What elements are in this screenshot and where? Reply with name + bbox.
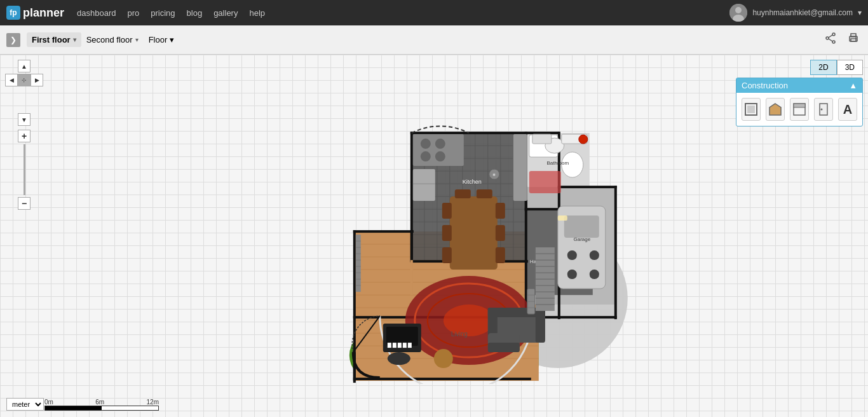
svg-point-95: [388, 352, 410, 365]
svg-rect-121: [564, 215, 599, 238]
logo-icon: fp: [6, 6, 20, 20]
svg-rect-125: [590, 270, 599, 279]
construction-collapse-icon[interactable]: ▲: [849, 81, 857, 90]
svg-rect-156: [410, 260, 413, 295]
svg-rect-70: [558, 186, 617, 188]
svg-rect-97: [450, 196, 498, 270]
svg-rect-94: [408, 343, 412, 348]
svg-point-96: [434, 349, 453, 368]
floor-dropdown-label: Floor: [149, 35, 168, 44]
pan-controls: ◀ ⊹ ▶: [5, 74, 43, 112]
nav-blog[interactable]: blog: [187, 8, 203, 18]
svg-rect-147: [356, 235, 361, 292]
svg-point-107: [421, 139, 431, 149]
svg-point-1: [735, 7, 742, 13]
print-icon: [848, 32, 859, 44]
svg-rect-104: [455, 189, 471, 198]
zoom-in-button[interactable]: +: [18, 130, 31, 142]
svg-rect-13: [747, 106, 755, 113]
svg-rect-117: [529, 171, 561, 193]
svg-rect-90: [388, 343, 391, 348]
unit-selector[interactable]: meter feet: [6, 398, 44, 411]
nav-pricing[interactable]: pricing: [151, 8, 175, 18]
svg-rect-111: [413, 169, 435, 201]
svg-rect-105: [477, 189, 492, 198]
floor-dropdown[interactable]: Floor ▾: [144, 32, 180, 47]
share-icon: [825, 32, 836, 44]
svg-rect-93: [403, 343, 407, 348]
svg-point-19: [821, 109, 823, 111]
svg-marker-15: [770, 104, 781, 115]
floor-plan-svg: Bathroom Garage Hallway: [285, 72, 641, 384]
print-button[interactable]: [845, 30, 862, 50]
svg-rect-99: [442, 225, 452, 241]
view-toggle: 2D 3D: [810, 60, 863, 75]
construction-panel: Construction ▲: [736, 78, 863, 126]
main-nav: dashboard pro pricing blog gallery help: [77, 8, 717, 18]
first-floor-label: First floor: [32, 35, 71, 44]
nav-gallery[interactable]: gallery: [214, 8, 238, 18]
nav-help[interactable]: help: [249, 8, 265, 18]
floor-plan[interactable]: Bathroom Garage Hallway: [285, 72, 641, 386]
scale-ruler-bar: [44, 406, 159, 411]
text-tool-button[interactable]: A: [838, 98, 857, 121]
share-button[interactable]: [822, 30, 839, 50]
first-floor-chevron-icon: ▾: [73, 36, 76, 43]
zoom-ruler: [24, 144, 25, 195]
canvas-area[interactable]: ▲ ◀ ⊹ ▶ ▼ + − 2D 3D Construction ▲: [0, 55, 868, 417]
navigation-controls: ▲ ◀ ⊹ ▶ ▼ + −: [5, 60, 43, 210]
scale-label-0m: 0m: [44, 399, 53, 406]
svg-text:Bathroom: Bathroom: [546, 160, 569, 166]
main-area: ▲ ◀ ⊹ ▶ ▼ + − 2D 3D Construction ▲: [0, 55, 868, 417]
pan-center-button[interactable]: ⊹: [18, 74, 31, 86]
user-area[interactable]: huynhmaianhkiet@gmail.com ▾: [729, 4, 862, 22]
door-tool-button[interactable]: [814, 98, 833, 121]
scale-bar: 0m 6m 12m: [44, 399, 159, 411]
first-floor-tab[interactable]: First floor ▾: [27, 32, 81, 47]
svg-rect-102: [496, 225, 505, 241]
svg-rect-62: [410, 132, 560, 134]
svg-text:Kitchen: Kitchen: [463, 179, 482, 185]
svg-rect-76: [353, 352, 356, 381]
svg-rect-139: [513, 134, 527, 201]
ceiling-tool-button[interactable]: [790, 98, 809, 121]
toolbar: ❯ First floor ▾ Second floor ▾ Floor ▾: [0, 25, 868, 55]
zoom-out-button[interactable]: −: [18, 197, 31, 210]
view-3d-button[interactable]: 3D: [837, 60, 863, 75]
svg-line-6: [829, 35, 832, 38]
svg-point-108: [435, 139, 445, 149]
logo-text: planner: [23, 6, 64, 20]
walls-tool-button[interactable]: [742, 98, 761, 121]
svg-rect-77: [353, 378, 531, 380]
scale-label-12m: 12m: [147, 399, 159, 406]
svg-rect-17: [794, 104, 805, 107]
avatar: [729, 4, 747, 22]
pan-right-button[interactable]: ▶: [31, 74, 43, 86]
nav-dashboard[interactable]: dashboard: [77, 8, 116, 18]
svg-point-109: [421, 151, 431, 161]
scale-label-6m: 6m: [95, 399, 104, 406]
nav-pro[interactable]: pro: [127, 8, 139, 18]
logo: fp planner: [6, 6, 64, 20]
pan-down-button[interactable]: ▼: [18, 113, 31, 126]
svg-rect-106: [413, 134, 464, 166]
svg-rect-126: [558, 215, 567, 221]
user-chevron-icon: ▾: [858, 8, 862, 17]
svg-point-4: [832, 41, 835, 43]
view-2d-button[interactable]: 2D: [810, 60, 836, 75]
svg-rect-122: [567, 250, 577, 260]
pan-up-button[interactable]: ▲: [18, 60, 31, 72]
svg-rect-103: [496, 247, 505, 263]
svg-point-11: [855, 38, 857, 39]
svg-rect-87: [488, 343, 520, 352]
svg-rect-118: [532, 134, 552, 144]
floor-tool-button[interactable]: [766, 98, 785, 121]
svg-rect-9: [851, 34, 856, 37]
toolbar-right: [822, 30, 862, 50]
svg-point-110: [435, 151, 445, 161]
svg-text:❄: ❄: [492, 173, 496, 177]
svg-rect-67: [525, 186, 527, 316]
second-floor-tab[interactable]: Second floor ▾: [81, 32, 144, 47]
sidebar-toggle-button[interactable]: ❯: [6, 33, 20, 47]
pan-left-button[interactable]: ◀: [5, 74, 18, 86]
